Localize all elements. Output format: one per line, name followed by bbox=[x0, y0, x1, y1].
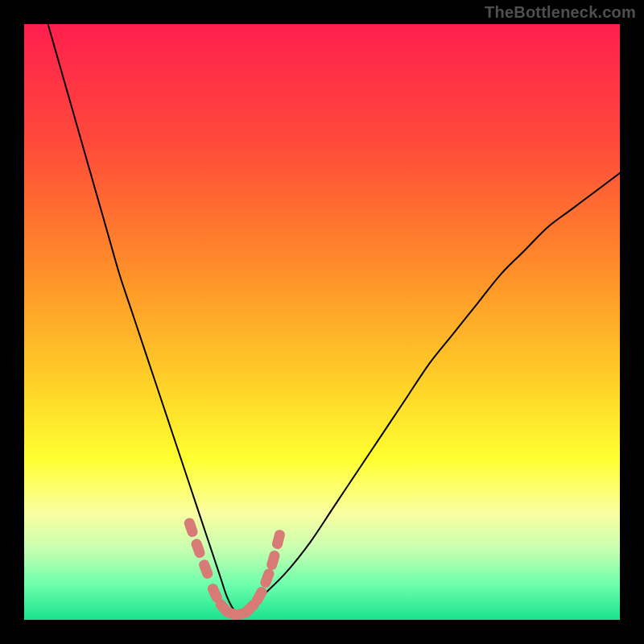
chart-frame: TheBottleneck.com bbox=[0, 0, 644, 644]
gradient-background bbox=[24, 24, 620, 620]
bottleneck-chart bbox=[24, 24, 620, 620]
plot-area bbox=[24, 24, 620, 620]
attribution-label: TheBottleneck.com bbox=[485, 3, 636, 22]
